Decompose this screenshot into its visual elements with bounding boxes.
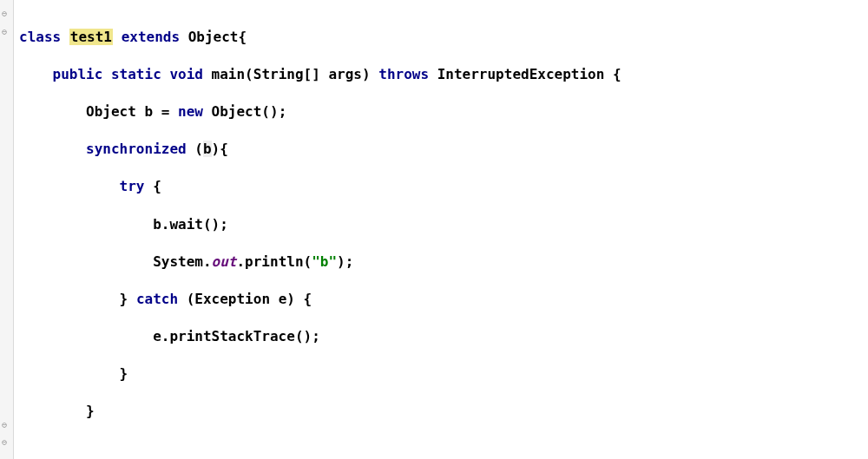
code-line: synchronized (b){	[19, 140, 621, 159]
code-editor[interactable]: ⊖ ⊖ ⊖ ⊖ class test1 extends Object{ publ…	[0, 0, 868, 459]
code-line: Object b = new Object();	[19, 102, 621, 121]
fold-icon[interactable]: ⊖	[2, 438, 7, 447]
fold-icon[interactable]: ⊖	[2, 28, 7, 36]
sync-variable-highlight: b	[203, 141, 212, 157]
fold-icon[interactable]: ⊖	[2, 421, 7, 429]
class-name-highlight: test1	[69, 29, 113, 45]
code-line: } catch (Exception e) {	[19, 290, 621, 309]
code-line: b.wait();	[19, 215, 621, 234]
fold-icon[interactable]: ⊖	[2, 10, 7, 18]
code-line	[19, 440, 621, 459]
code-line: try {	[19, 177, 621, 196]
code-line: }	[19, 402, 621, 421]
code-line: public static void main(String[] args) t…	[19, 65, 621, 84]
code-line: }	[19, 364, 621, 384]
code-content[interactable]: class test1 extends Object{ public stati…	[14, 0, 621, 459]
editor-gutter: ⊖ ⊖ ⊖ ⊖	[0, 0, 14, 459]
code-line: class test1 extends Object{	[19, 28, 621, 47]
code-line: System.out.println("b");	[19, 252, 621, 272]
code-line: e.printStackTrace();	[19, 327, 621, 346]
